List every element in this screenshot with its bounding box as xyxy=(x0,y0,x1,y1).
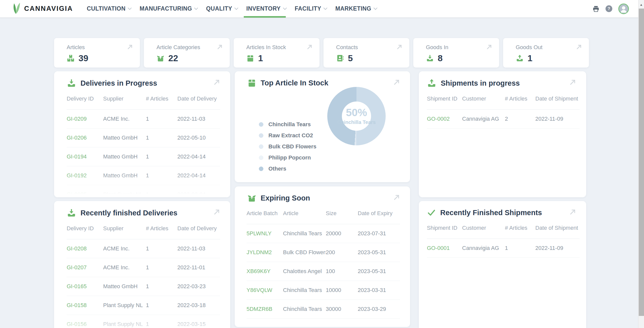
open-link-icon[interactable] xyxy=(393,78,400,86)
scroll-thumb[interactable] xyxy=(639,9,644,316)
row-id-link[interactable]: 5DMZR6B xyxy=(247,306,283,312)
nav-item-facility[interactable]: FACILITY xyxy=(295,0,327,18)
recently-finished-shipments-table: Shipment IDCustomer# ArticlesDate of Shi… xyxy=(427,217,580,258)
table-cell: 200 xyxy=(326,249,358,256)
open-link-icon[interactable] xyxy=(306,44,313,50)
legend-item[interactable]: Raw Extract CO2 xyxy=(259,130,316,141)
table-header-row: Shipment IDCustomer# ArticlesDate of Shi… xyxy=(427,217,580,239)
nav-label: MARKETING xyxy=(335,5,371,12)
table-cell: 30000 xyxy=(326,306,358,312)
goods-in-icon xyxy=(426,54,434,62)
table-row: JYLDNM2Bulk CBD Flowers2002023-05-31 xyxy=(247,243,400,262)
table-row: 5DMZR6BChinchilla Tears300002023-03-29 xyxy=(247,300,400,319)
panel-deliveries-in-progress: Deliveries in Progress Delivery IDSuppli… xyxy=(54,71,230,197)
help-icon[interactable]: ? xyxy=(606,5,612,12)
column-header: # Articles xyxy=(146,95,177,102)
legend-item[interactable]: Chinchilla Tears xyxy=(259,119,316,130)
brand-logo[interactable]: CANNAVIGIA xyxy=(12,2,73,15)
open-link-icon[interactable] xyxy=(569,208,577,216)
table-row: GI-0156Plant Supply NL12022-03-15 xyxy=(67,315,220,328)
legend-dot-icon xyxy=(259,155,263,160)
table-row: Y86VQLWChinchilla Tears100002023-03-31 xyxy=(247,281,400,300)
legend-item[interactable]: Bulk CBD Flowers xyxy=(259,141,316,152)
table-cell: 2022-02-04 xyxy=(177,191,220,197)
open-box-icon xyxy=(156,54,165,62)
table-cell: 2022-11-03 xyxy=(177,116,220,122)
table-cell: 2022-03-18 xyxy=(177,302,220,309)
panel-title: Expiring Soon xyxy=(261,194,310,202)
table-cell: 1 xyxy=(146,116,177,122)
row-id-link[interactable]: 5PLWNLY xyxy=(247,230,283,237)
table-cell: 2022-05-10 xyxy=(177,135,220,141)
table-cell: 1 xyxy=(146,264,177,271)
open-link-icon[interactable] xyxy=(217,44,223,50)
table-cell: Chinchilla Tears xyxy=(283,287,326,293)
row-id-link[interactable]: GI-0192 xyxy=(67,172,103,179)
row-id-link[interactable]: GI-0206 xyxy=(67,135,103,141)
nav-item-cultivation[interactable]: CULTIVATION xyxy=(87,0,131,18)
row-id-link[interactable]: GI-0208 xyxy=(67,245,103,252)
open-link-icon[interactable] xyxy=(393,193,400,201)
box-icon xyxy=(246,54,254,62)
legend-dot-icon xyxy=(259,133,263,138)
panel-expiring-soon: Expiring Soon Article BatchArticleSizeDa… xyxy=(235,186,410,327)
legend-item[interactable]: Others xyxy=(259,163,316,174)
avatar[interactable] xyxy=(618,4,629,14)
chevron-down-icon xyxy=(128,6,132,10)
nav-item-manufacturing[interactable]: MANUFACTURING xyxy=(140,0,197,18)
open-link-icon[interactable] xyxy=(213,78,221,86)
chevron-down-icon xyxy=(374,6,378,10)
open-link-icon[interactable] xyxy=(396,44,403,50)
table-cell: 1 xyxy=(146,135,177,141)
nav-label: QUALITY xyxy=(206,5,232,12)
row-id-link[interactable]: GI-0158 xyxy=(67,302,103,309)
row-id-link[interactable]: GI-0209 xyxy=(67,116,103,122)
nav-label: INVENTORY xyxy=(246,5,281,12)
stat-value: 1 xyxy=(258,53,263,63)
row-id-link[interactable]: GI-0085 xyxy=(67,191,103,197)
table-header-row: Delivery IDSupplier# ArticlesDate of Del… xyxy=(67,218,220,239)
table-cell: 2022-11-03 xyxy=(177,245,220,252)
nav-item-marketing[interactable]: MARKETING xyxy=(335,0,377,18)
open-link-icon[interactable] xyxy=(127,44,133,50)
shipments-in-progress-table: Shipment IDCustomer# ArticlesDate of Shi… xyxy=(427,88,580,128)
table-row: GI-0085Plant Supply NL12022-02-04 xyxy=(67,185,220,197)
column-header: Delivery ID xyxy=(67,95,103,102)
column-header: Shipment ID xyxy=(427,225,462,231)
open-link-icon[interactable] xyxy=(576,44,582,50)
legend-item[interactable]: Philipp Popcorn xyxy=(259,152,316,163)
print-icon[interactable] xyxy=(592,5,599,12)
nav-item-inventory[interactable]: INVENTORY xyxy=(246,0,286,18)
open-link-icon[interactable] xyxy=(213,208,221,216)
row-id-link[interactable]: JYLDNM2 xyxy=(247,249,283,256)
table-cell: ACME Inc. xyxy=(103,116,146,122)
nav-item-quality[interactable]: QUALITY xyxy=(206,0,238,18)
legend-label: Bulk CBD Flowers xyxy=(268,143,316,150)
open-link-icon[interactable] xyxy=(569,78,577,86)
nav-label: MANUFACTURING xyxy=(140,5,192,12)
packages-icon xyxy=(67,54,75,62)
table-cell: 2022-04-14 xyxy=(177,172,220,179)
row-id-link[interactable]: GI-0194 xyxy=(67,153,103,160)
row-id-link[interactable]: Y86VQLW xyxy=(247,287,283,293)
row-id-link[interactable]: GO-0001 xyxy=(427,245,462,251)
app-header: CANNAVIGIA CULTIVATIONMANUFACTURINGQUALI… xyxy=(0,0,644,18)
table-cell: 2023-03-29 xyxy=(358,306,400,312)
column-header: # Articles xyxy=(505,225,535,231)
table-cell: 10000 xyxy=(326,287,358,293)
column-header: Date of Shipment xyxy=(535,225,580,231)
table-cell: 2023-03-31 xyxy=(358,287,400,293)
donut-chart[interactable] xyxy=(327,87,386,145)
row-id-link[interactable]: GI-0156 xyxy=(67,321,103,327)
row-id-link[interactable]: GI-0207 xyxy=(67,264,103,271)
scroll-up-button[interactable]: ▲ xyxy=(638,2,644,8)
open-link-icon[interactable] xyxy=(486,44,493,50)
table-row: GI-0208ACME Inc.12022-11-03 xyxy=(67,239,220,258)
goods-out-icon xyxy=(516,54,524,62)
legend-label: Philipp Popcorn xyxy=(268,154,311,161)
row-id-link[interactable]: GI-0165 xyxy=(67,283,103,290)
legend-dot-icon xyxy=(259,122,263,127)
row-id-link[interactable]: GO-0002 xyxy=(427,116,462,122)
row-id-link[interactable]: XB69K6Y xyxy=(247,268,283,275)
chart-legend: Chinchilla TearsRaw Extract CO2Bulk CBD … xyxy=(259,119,316,174)
